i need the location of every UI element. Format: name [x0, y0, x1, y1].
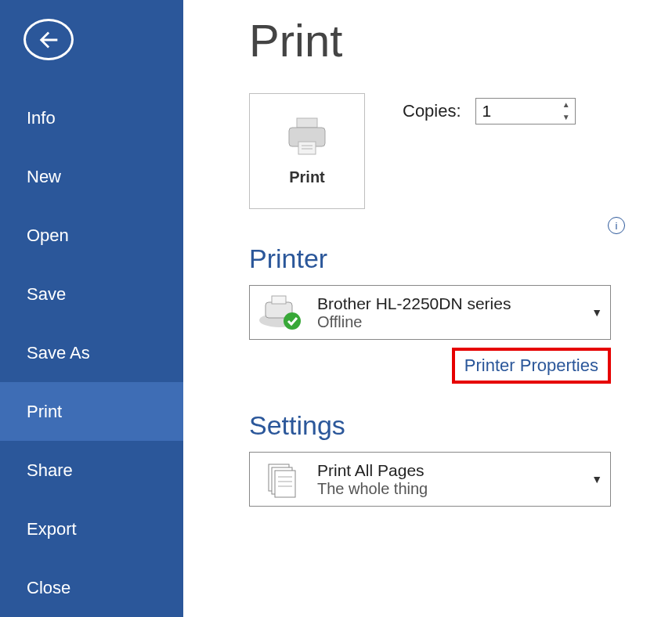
printer-section: i Printer Brother HL-2250DN series Offli… [249, 244, 611, 384]
sidebar-item-info[interactable]: Info [0, 88, 183, 147]
svg-rect-0 [297, 118, 317, 128]
printer-device-icon [255, 290, 309, 334]
settings-section: Settings Print All Pages The whole thing… [249, 410, 672, 507]
chevron-down-icon: ▼ [591, 306, 602, 319]
svg-rect-11 [275, 471, 295, 497]
printer-properties-link[interactable]: Printer Properties [452, 348, 611, 384]
page-title: Print [249, 14, 672, 67]
sidebar-item-print[interactable]: Print [0, 382, 183, 441]
sidebar-item-new[interactable]: New [0, 147, 183, 206]
printer-section-title: Printer [249, 244, 611, 274]
svg-rect-7 [272, 296, 286, 304]
copies-value[interactable]: 1 [476, 99, 558, 124]
print-button-label: Print [289, 168, 325, 186]
chevron-down-icon: ▼ [591, 473, 602, 485]
print-range-subtitle: The whole thing [317, 480, 583, 498]
sidebar-item-share[interactable]: Share [0, 441, 183, 500]
sidebar: InfoNewOpenSaveSave AsPrintShareExportCl… [0, 0, 183, 617]
svg-rect-2 [298, 142, 316, 154]
sidebar-item-close[interactable]: Close [0, 558, 183, 617]
pages-icon [255, 457, 309, 501]
print-range-title: Print All Pages [317, 461, 583, 480]
sidebar-item-save[interactable]: Save [0, 265, 183, 323]
printer-icon [283, 117, 331, 157]
svg-point-8 [284, 312, 301, 330]
print-button[interactable]: Print [249, 93, 365, 209]
copies-input[interactable]: 1 ▲ ▼ [475, 98, 576, 124]
info-icon[interactable]: i [608, 217, 625, 234]
copies-increment[interactable]: ▲ [558, 99, 575, 111]
copies-label: Copies: [403, 101, 461, 121]
settings-section-title: Settings [249, 410, 672, 441]
printer-name: Brother HL-2250DN series [317, 294, 583, 313]
sidebar-item-save-as[interactable]: Save As [0, 323, 183, 382]
printer-dropdown[interactable]: Brother HL-2250DN series Offline ▼ [249, 285, 611, 340]
copies-control: Copies: 1 ▲ ▼ [403, 98, 576, 124]
main-content: Print Print Copies: 1 ▲ ▼ i P [183, 0, 672, 617]
printer-status: Offline [317, 313, 583, 331]
sidebar-item-export[interactable]: Export [0, 500, 183, 558]
copies-decrement[interactable]: ▼ [558, 111, 575, 124]
back-button[interactable] [23, 19, 74, 60]
sidebar-item-open[interactable]: Open [0, 206, 183, 265]
arrow-left-icon [35, 27, 62, 53]
print-range-dropdown[interactable]: Print All Pages The whole thing ▼ [249, 452, 611, 507]
